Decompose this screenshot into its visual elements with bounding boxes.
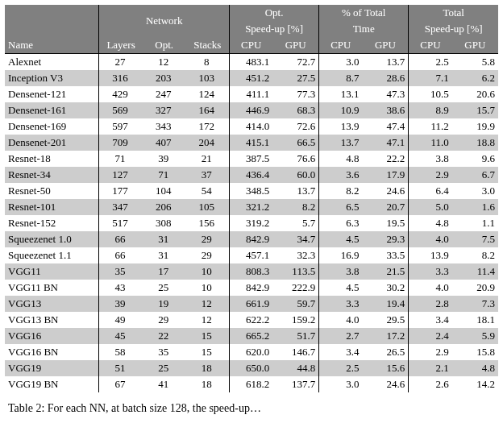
cell: 327 (143, 102, 186, 118)
cell: 21.5 (363, 263, 409, 280)
cell: 77.3 (272, 86, 318, 102)
cell: 16.9 (319, 247, 363, 263)
cell: 13.7 (319, 135, 363, 151)
table-row: VGG19512518650.044.82.515.62.14.8 (5, 360, 498, 376)
cell-name: Squeezenet 1.1 (5, 247, 99, 263)
cell: 137.7 (272, 376, 318, 392)
cell: 222.9 (272, 280, 318, 296)
table-row: VGG13391912661.959.73.319.42.87.3 (5, 296, 498, 312)
cell: 12 (143, 54, 186, 71)
cell: 15.8 (452, 344, 498, 360)
cell: 622.2 (229, 312, 272, 328)
cell: 21 (186, 151, 230, 167)
grp-pct-2: Time (319, 21, 409, 37)
cell: 15 (186, 344, 230, 360)
cell: 51 (99, 360, 143, 376)
cell: 8.2 (272, 199, 318, 215)
table-row: Densenet-161569327164446.968.310.938.68.… (5, 102, 498, 118)
cell: 2.8 (409, 296, 452, 312)
cell: 13.7 (363, 54, 409, 71)
cell: 32.3 (272, 247, 318, 263)
table-row: Inception V3316203103451.227.58.728.67.1… (5, 70, 498, 86)
cell: 29.5 (363, 312, 409, 328)
cell: 429 (99, 86, 143, 102)
cell: 17.2 (363, 328, 409, 344)
table-row: Densenet-121429247124411.177.313.147.310… (5, 86, 498, 102)
cell: 164 (186, 102, 230, 118)
cell: 19.9 (452, 118, 498, 135)
cell: 6.2 (452, 70, 498, 86)
cell: 10.5 (409, 86, 452, 102)
cell: 24.6 (363, 183, 409, 199)
cell: 348.5 (229, 183, 272, 199)
cell: 54 (186, 183, 230, 199)
cell: 2.4 (409, 328, 452, 344)
cell: 31 (143, 231, 186, 247)
cell-name: Densenet-169 (5, 118, 99, 135)
cell: 25 (143, 280, 186, 296)
cell: 451.2 (229, 70, 272, 86)
cell: 18.8 (452, 135, 498, 151)
cell: 1.6 (452, 199, 498, 215)
cell: 28.6 (363, 70, 409, 86)
cell: 415.1 (229, 135, 272, 151)
caption-text: For each NN, at batch size 128, the spee… (48, 402, 261, 414)
cell: 6.3 (319, 215, 363, 231)
cell: 3.0 (319, 54, 363, 71)
table-row: VGG16 BN583515620.0146.73.426.52.915.8 (5, 344, 498, 360)
cell: 316 (99, 70, 143, 86)
cell: 343 (143, 118, 186, 135)
cell: 4.8 (409, 215, 452, 231)
cell-name: Densenet-201 (5, 135, 99, 151)
cell: 10.9 (319, 102, 363, 118)
cell: 24.6 (363, 376, 409, 392)
cell: 19.4 (363, 296, 409, 312)
cell: 13.9 (409, 247, 452, 263)
cell: 2.5 (409, 54, 452, 71)
cell: 72.6 (272, 118, 318, 135)
cell: 25 (143, 360, 186, 376)
cell: 597 (99, 118, 143, 135)
cell: 8.2 (319, 183, 363, 199)
cell: 319.2 (229, 215, 272, 231)
cell-name: VGG16 BN (5, 344, 99, 360)
col-opt: Opt. (143, 37, 186, 54)
cell: 13.9 (319, 118, 363, 135)
cell: 37 (186, 167, 230, 183)
cell-name: VGG19 (5, 360, 99, 376)
cell: 8.2 (452, 247, 498, 263)
cell: 3.6 (319, 167, 363, 183)
col-layers: Layers (99, 37, 143, 54)
cell: 204 (186, 135, 230, 151)
cell: 6.4 (409, 183, 452, 199)
cell: 4.0 (409, 280, 452, 296)
cell-name: VGG11 (5, 263, 99, 280)
cell: 33.5 (363, 247, 409, 263)
cell: 29.3 (363, 231, 409, 247)
cell: 45 (99, 328, 143, 344)
cell: 13.7 (272, 183, 318, 199)
cell: 457.1 (229, 247, 272, 263)
table-row: Densenet-201709407204415.166.513.747.111… (5, 135, 498, 151)
cell: 3.0 (452, 183, 498, 199)
cell: 8.9 (409, 102, 452, 118)
cell-name: VGG19 BN (5, 376, 99, 392)
cell: 203 (143, 70, 186, 86)
cell: 103 (186, 70, 230, 86)
cell: 67 (99, 376, 143, 392)
cell: 620.0 (229, 344, 272, 360)
cell: 27.5 (272, 70, 318, 86)
cell: 4.8 (452, 360, 498, 376)
cell: 35 (143, 344, 186, 360)
cell: 22 (143, 328, 186, 344)
cell: 15 (186, 328, 230, 344)
table-row: VGG13 BN492912622.2159.24.029.53.418.1 (5, 312, 498, 328)
cell: 20.7 (363, 199, 409, 215)
col-name: Name (5, 5, 99, 54)
cell-name: VGG13 (5, 296, 99, 312)
cell: 7.5 (452, 231, 498, 247)
cell: 247 (143, 86, 186, 102)
cell: 709 (99, 135, 143, 151)
cell: 68.3 (272, 102, 318, 118)
cell: 58 (99, 344, 143, 360)
